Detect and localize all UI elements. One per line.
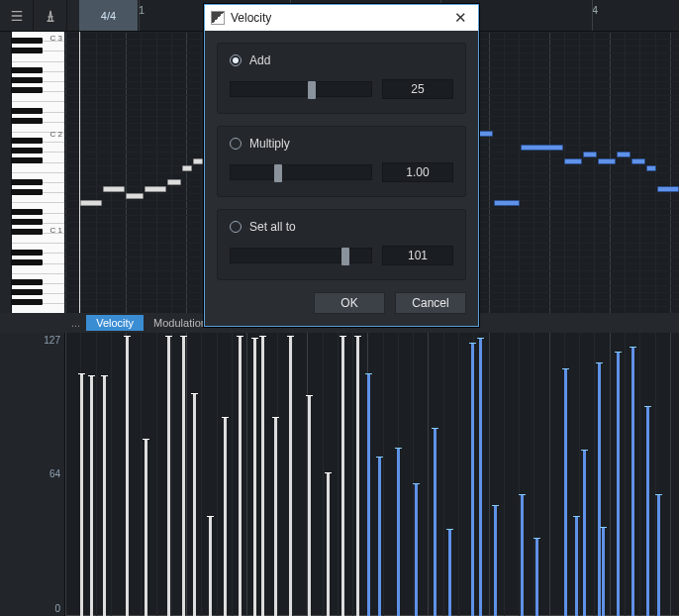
key-label: C 1 [50,226,62,235]
tool-tempo-icon[interactable] [34,0,67,31]
velocity-bar[interactable] [575,517,578,616]
label-add: Add [249,53,270,67]
dialog-titlebar[interactable]: Velocity ✕ [205,5,478,31]
close-icon[interactable]: ✕ [448,9,472,27]
dialog-app-icon [211,11,225,25]
velocity-bar[interactable] [448,530,451,616]
piano-keyboard[interactable]: C 3C 2C 1 [12,32,65,313]
velocity-bar[interactable] [535,539,538,616]
label-multiply: Multiply [249,137,290,151]
velocity-bar[interactable] [434,429,436,616]
tab-velocity[interactable]: Velocity [86,315,144,331]
radio-multiply[interactable] [230,138,242,150]
midi-note[interactable] [631,158,645,164]
velocity-bar[interactable] [239,337,242,616]
velocity-bar[interactable] [397,449,400,616]
tool-list-icon[interactable] [0,0,34,31]
value-setall[interactable]: 101 [382,246,453,265]
velocity-bar[interactable] [182,337,185,616]
velocity-bar[interactable] [583,451,586,616]
midi-note[interactable] [103,186,125,192]
velocity-bar[interactable] [261,337,264,616]
y-max: 127 [44,335,60,346]
velocity-bar[interactable] [378,458,381,616]
value-multiply[interactable]: 1.00 [382,162,453,182]
velocity-lane[interactable] [65,333,679,616]
midi-note[interactable] [80,200,102,206]
ok-button[interactable]: OK [314,292,385,314]
velocity-bar[interactable] [274,418,277,616]
velocity-bar[interactable] [193,394,196,616]
radio-add[interactable] [230,54,242,66]
key-label: C 3 [50,34,62,43]
velocity-bar[interactable] [598,363,601,616]
midi-note[interactable] [617,152,630,157]
dialog-title: Velocity [231,11,448,25]
velocity-bar[interactable] [126,337,129,616]
velocity-bar[interactable] [471,344,474,616]
group-multiply: Multiply 1.00 [217,126,466,197]
velocity-bar[interactable] [167,337,170,616]
velocity-bar[interactable] [90,376,93,616]
y-mid: 64 [49,468,60,479]
velocity-bar[interactable] [224,418,227,616]
velocity-bar[interactable] [479,339,482,616]
group-add: Add 25 [217,43,466,114]
velocity-y-axis: 127 64 0 [0,333,65,616]
midi-note[interactable] [583,152,597,157]
cancel-button[interactable]: Cancel [395,292,466,314]
midi-note[interactable] [646,165,656,171]
velocity-bar[interactable] [415,484,418,616]
velocity-bar[interactable] [367,374,370,616]
automation-pane: 127 64 0 [0,333,679,616]
tabs-more-icon[interactable]: ... [65,317,86,329]
velocity-bar[interactable] [145,440,147,616]
value-add[interactable]: 25 [382,79,453,99]
midi-note[interactable] [598,158,616,164]
velocity-bar[interactable] [521,495,524,616]
playhead[interactable] [79,32,80,313]
midi-note[interactable] [564,158,582,164]
velocity-bar[interactable] [289,337,292,616]
slider-add[interactable] [230,81,372,97]
midi-note[interactable] [126,193,144,199]
velocity-bar[interactable] [341,337,344,616]
group-setall: Set all to 101 [217,209,466,280]
midi-note[interactable] [657,186,679,192]
midi-note[interactable] [494,200,520,206]
left-gutter [0,32,12,313]
midi-note[interactable] [521,145,563,151]
velocity-bar[interactable] [209,517,212,616]
velocity-bar[interactable] [103,376,106,616]
midi-note[interactable] [193,158,203,164]
velocity-bar[interactable] [602,528,605,616]
label-setall: Set all to [249,220,296,234]
midi-note[interactable] [182,165,192,171]
radio-setall[interactable] [230,221,242,233]
velocity-bar[interactable] [646,407,649,616]
velocity-bar[interactable] [494,506,497,616]
key-label: C 2 [50,130,62,139]
velocity-bar[interactable] [564,369,567,616]
velocity-bar[interactable] [617,353,620,616]
slider-setall[interactable] [230,248,372,263]
velocity-bar[interactable] [327,473,330,616]
velocity-bar[interactable] [356,337,359,616]
midi-note[interactable] [145,186,166,192]
velocity-bar[interactable] [308,396,311,616]
velocity-bar[interactable] [80,374,83,616]
velocity-bar[interactable] [631,348,634,616]
slider-multiply[interactable] [230,164,372,180]
velocity-bar[interactable] [253,339,256,616]
y-min: 0 [54,603,60,614]
velocity-bar[interactable] [657,495,660,616]
midi-note[interactable] [167,179,181,185]
time-signature[interactable]: 4/4 [79,0,139,31]
velocity-dialog: Velocity ✕ Add 25 Multiply [204,4,479,327]
